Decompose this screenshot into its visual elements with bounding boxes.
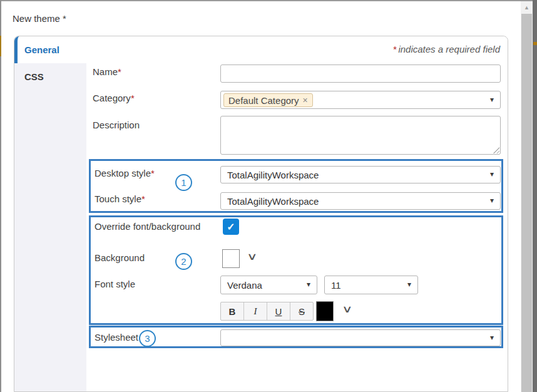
- tab-general[interactable]: General: [14, 36, 86, 63]
- annotation-box-font-background: Override font/background ✓ Background 2 …: [89, 215, 503, 325]
- window-border-top: [0, 0, 533, 1]
- desktop-style-value: TotalAgilityWorkspace: [227, 170, 319, 180]
- tag-remove-icon[interactable]: ×: [303, 95, 308, 105]
- page-title: New theme *: [13, 13, 66, 24]
- window-border-right: [533, 0, 537, 392]
- font-size-value: 11: [331, 280, 341, 291]
- font-color-swatch[interactable]: [316, 301, 334, 321]
- stylesheet-dropdown[interactable]: ▾: [220, 329, 501, 346]
- touch-style-dropdown[interactable]: TotalAgilityWorkspace ▾: [220, 192, 501, 210]
- background-label: Background: [95, 252, 145, 263]
- background-picker-chevron-icon[interactable]: ∨: [247, 252, 258, 262]
- vertical-scrollbar[interactable]: ▲: [521, 1, 533, 392]
- text-format-toolbar: B I U S: [220, 302, 314, 321]
- font-color-picker-chevron-icon[interactable]: ∨: [342, 304, 353, 314]
- category-dropdown[interactable]: Default Category × ▾: [220, 91, 501, 109]
- left-edge-gold-marker: [0, 36, 1, 56]
- annotation-step-2: 2: [175, 253, 192, 270]
- category-tag-label: Default Category: [228, 95, 299, 106]
- bold-button[interactable]: B: [221, 302, 244, 320]
- tab-general-label: General: [24, 44, 59, 55]
- annotation-step-1: 1: [175, 174, 192, 191]
- font-family-dropdown[interactable]: Verdana ▾: [220, 276, 317, 294]
- font-size-dropdown[interactable]: 11 ▾: [324, 276, 418, 294]
- category-label: Category*: [93, 93, 135, 103]
- general-tab-panel: *indicates a required field Name* Catego…: [86, 36, 508, 391]
- category-tag[interactable]: Default Category ×: [223, 93, 313, 107]
- stylesheet-label: Stylesheet: [95, 332, 138, 343]
- checkmark-icon: ✓: [227, 221, 235, 233]
- override-font-background-label: Override font/background: [95, 221, 200, 232]
- dropdown-arrow-icon: ▾: [307, 280, 310, 289]
- desktop-style-dropdown[interactable]: TotalAgilityWorkspace ▾: [220, 166, 501, 183]
- tab-column: General CSS: [14, 36, 86, 391]
- theme-editor-card: General CSS *indicates a required field …: [14, 36, 508, 392]
- background-color-swatch[interactable]: [222, 249, 240, 268]
- touch-style-label: Touch style*: [95, 193, 145, 204]
- desktop-style-required-mark: *: [151, 168, 155, 178]
- name-input[interactable]: [220, 64, 501, 83]
- annotation-box-styles: Desktop style* 1 TotalAgilityWorkspace ▾…: [89, 159, 503, 213]
- description-textarea[interactable]: [220, 116, 501, 155]
- font-family-value: Verdana: [227, 280, 262, 291]
- dropdown-arrow-icon: ▾: [490, 95, 494, 104]
- annotation-box-stylesheet: Stylesheet 3 ▾: [89, 326, 503, 348]
- touch-style-value: TotalAgilityWorkspace: [227, 196, 319, 207]
- window-border-left: [0, 0, 1, 392]
- annotation-step-3: 3: [139, 330, 156, 347]
- strikethrough-button[interactable]: S: [290, 302, 313, 320]
- dropdown-arrow-icon: ▾: [407, 280, 411, 289]
- description-label: Description: [93, 120, 140, 130]
- underline-button[interactable]: U: [267, 302, 290, 320]
- touch-style-required-mark: *: [141, 193, 145, 204]
- right-edge-gold-marker: [533, 42, 537, 45]
- font-style-label: Font style: [95, 279, 135, 289]
- name-required-mark: *: [118, 66, 121, 77]
- category-required-mark: *: [131, 93, 135, 103]
- override-font-background-checkbox[interactable]: ✓: [223, 219, 239, 235]
- desktop-style-label: Desktop style*: [95, 168, 155, 178]
- dropdown-arrow-icon: ▾: [490, 196, 494, 205]
- scrollbar-thumb[interactable]: [521, 14, 532, 392]
- dropdown-arrow-icon: ▾: [490, 333, 494, 342]
- required-field-note: *indicates a required field: [393, 44, 500, 54]
- required-asterisk: *: [393, 44, 397, 54]
- scroll-up-arrow-icon[interactable]: ▲: [521, 4, 533, 11]
- dropdown-arrow-icon: ▾: [490, 170, 494, 178]
- tab-css[interactable]: CSS: [14, 63, 86, 90]
- name-label: Name*: [93, 66, 121, 77]
- italic-button[interactable]: I: [244, 302, 267, 320]
- tab-css-label: CSS: [24, 71, 44, 82]
